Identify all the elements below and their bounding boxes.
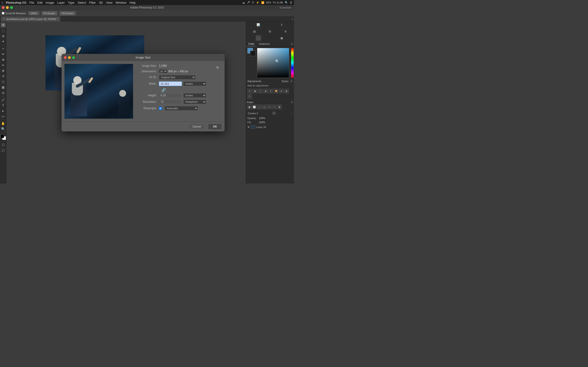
- smart-object-icon[interactable]: ⧉: [283, 29, 288, 34]
- panel-collapse-icon[interactable]: «: [292, 18, 293, 20]
- curves-expand-icon[interactable]: ⌄: [290, 112, 292, 115]
- resample-select[interactable]: Automatic Preserve Details Bicubic Smoot…: [165, 106, 198, 110]
- spectrum-cursor[interactable]: [276, 60, 278, 62]
- gradient-tool[interactable]: ▦: [1, 85, 6, 90]
- color-balance-adjustment-icon[interactable]: ⚖: [279, 89, 284, 93]
- apple-menu[interactable]: : [2, 1, 3, 5]
- layers-icon[interactable]: ▤: [252, 29, 257, 34]
- styles-tab-label[interactable]: Styles: [282, 80, 288, 83]
- fit-icon[interactable]: ⬚: [256, 35, 261, 41]
- tab-close-icon[interactable]: ✕: [3, 18, 5, 20]
- menu-window[interactable]: Window: [116, 1, 126, 4]
- vibrance-adjustment-icon[interactable]: ✦: [268, 89, 273, 93]
- menu-3d[interactable]: 3D: [99, 1, 103, 4]
- width-input[interactable]: [159, 81, 182, 86]
- menu-image[interactable]: Image: [46, 1, 54, 4]
- eraser-tool[interactable]: ◻: [1, 79, 6, 84]
- info-icon[interactable]: ℹ: [279, 22, 284, 27]
- dodge-tool[interactable]: ◎: [1, 90, 6, 95]
- brightness-adjustment-icon[interactable]: ☀: [247, 89, 252, 93]
- fill-value[interactable]: 100%: [259, 121, 265, 124]
- dimensions-dropdown[interactable]: px: [159, 69, 167, 73]
- move-tool[interactable]: ✥: [1, 23, 6, 27]
- screen-mode-tool[interactable]: ▢: [1, 148, 6, 153]
- pen-tool[interactable]: 🖊: [1, 97, 6, 102]
- dialog-minimize-button[interactable]: [68, 56, 71, 59]
- curves-adjustment-icon[interactable]: ⌇: [258, 89, 262, 93]
- path-clipping-icon[interactable]: ✂: [267, 105, 272, 109]
- dialog-close-button[interactable]: [64, 56, 67, 59]
- height-unit-select[interactable]: Inches Pixels Centimeters: [183, 93, 206, 98]
- menu-filter[interactable]: Filter: [89, 1, 96, 4]
- minimize-button[interactable]: [6, 6, 9, 9]
- ok-button[interactable]: OK: [208, 124, 222, 130]
- background-color-swatch[interactable]: [250, 51, 256, 56]
- image-size-dialog[interactable]: Image Size: [61, 54, 225, 131]
- swatches-tab[interactable]: Swatches: [257, 42, 272, 46]
- crop-tool[interactable]: ⌗: [1, 46, 6, 51]
- color-tab[interactable]: Color: [246, 42, 257, 46]
- exposure-adjustment-icon[interactable]: ◑: [263, 89, 268, 93]
- color-spectrum-box[interactable]: [257, 48, 289, 78]
- hue-sat-adjustment-icon[interactable]: 🎨: [274, 89, 278, 93]
- fill-icon[interactable]: ▣: [279, 35, 284, 41]
- lasso-tool[interactable]: ⊛: [1, 33, 6, 39]
- scroll-all-windows-checkbox-label[interactable]: Scroll All Windows: [2, 12, 26, 15]
- channels-icon[interactable]: ⊞: [267, 29, 272, 34]
- eye-icon[interactable]: 👁: [247, 126, 250, 128]
- menu-type[interactable]: Type: [68, 1, 74, 4]
- clone-tool[interactable]: ⊗: [1, 68, 6, 73]
- path-mask-icon[interactable]: ⬚: [257, 105, 262, 109]
- fill-screen-button[interactable]: Fill Screen: [60, 11, 76, 15]
- menu-help[interactable]: Help: [130, 1, 136, 4]
- path-shape-icon[interactable]: ◻: [262, 105, 267, 109]
- width-unit-select[interactable]: Inches Pixels Centimeters: [183, 81, 206, 86]
- shape-tool[interactable]: ▭: [1, 114, 6, 119]
- brush-tool[interactable]: ✏: [1, 63, 6, 68]
- hue-slider[interactable]: [291, 48, 294, 78]
- delete-path-icon[interactable]: 🗑: [277, 105, 282, 109]
- resolution-unit-select[interactable]: Pixels/Inch Pixels/cm: [183, 100, 206, 104]
- foreground-color[interactable]: [0, 134, 4, 138]
- marquee-tool[interactable]: ⬚: [1, 28, 6, 33]
- quick-mask-tool[interactable]: ⬡: [1, 142, 6, 147]
- path-fill-icon[interactable]: ▣: [247, 105, 251, 109]
- resample-checkbox[interactable]: [159, 107, 162, 110]
- zoom-input[interactable]: [28, 11, 39, 15]
- dialog-maximize-button[interactable]: [72, 56, 75, 59]
- zoom-tool[interactable]: 🔍: [1, 126, 6, 131]
- scroll-all-windows-checkbox[interactable]: [2, 12, 4, 15]
- levels-adjustment-icon[interactable]: ▦: [253, 89, 257, 93]
- gear-icon[interactable]: ⚙: [216, 66, 219, 69]
- panel-options-icon[interactable]: ☰: [290, 80, 293, 83]
- menu-view[interactable]: View: [106, 1, 112, 4]
- constrain-proportions-icon[interactable]: 🔗: [161, 88, 166, 92]
- path-stroke-icon[interactable]: ⬜: [252, 105, 257, 109]
- layer-name[interactable]: Layer 26: [256, 126, 266, 128]
- eyedropper-tool[interactable]: ✒: [1, 52, 6, 57]
- menu-select[interactable]: Select: [78, 1, 86, 4]
- resolution-input[interactable]: [159, 100, 182, 104]
- histogram-icon[interactable]: 📊: [256, 22, 261, 27]
- menu-layer[interactable]: Layer: [57, 1, 65, 4]
- cancel-button[interactable]: Cancel: [188, 124, 206, 130]
- fit-to-select[interactable]: Original Size Custom Letter: [159, 75, 196, 80]
- history-brush-tool[interactable]: ↺: [1, 74, 6, 79]
- path-selection-tool[interactable]: ▸: [1, 108, 6, 113]
- menu-file[interactable]: File: [29, 1, 34, 4]
- essentials-label[interactable]: Essentials: [280, 6, 291, 9]
- hand-tool[interactable]: ✋: [1, 121, 6, 126]
- spot-heal-tool[interactable]: ⊕: [1, 57, 6, 62]
- document-tab[interactable]: ✕ dumbledore.psd @ 100% (Layer 28, RGB/8…: [1, 17, 61, 22]
- hamburger-icon[interactable]: ☰: [290, 1, 292, 4]
- paths-panel-menu-icon[interactable]: ☰: [291, 101, 293, 104]
- text-tool[interactable]: T: [1, 103, 6, 108]
- foreground-background-colors[interactable]: [0, 134, 6, 140]
- photo-filter-adjustment-icon[interactable]: ⬡: [247, 94, 252, 99]
- maximize-button[interactable]: [10, 6, 13, 9]
- new-path-icon[interactable]: +: [272, 105, 277, 109]
- panel-menu-icon[interactable]: ☰: [290, 42, 294, 46]
- menu-edit[interactable]: Edit: [37, 1, 43, 4]
- close-button[interactable]: [2, 6, 5, 9]
- search-icon[interactable]: 🔍: [285, 1, 288, 4]
